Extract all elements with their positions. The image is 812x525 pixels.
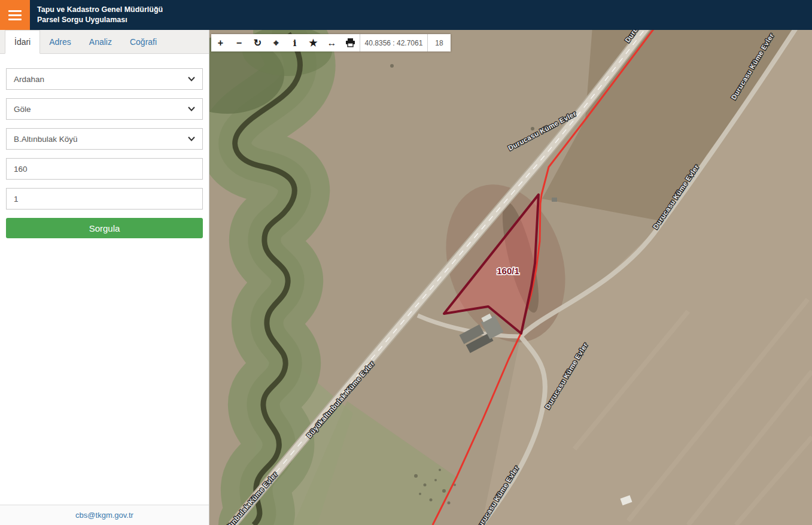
zoom-in-icon[interactable]: + [211,34,230,51]
hamburger-menu-button[interactable] [0,0,30,30]
app-header: Tapu ve Kadastro Genel Müdürlüğü Parsel … [0,0,812,30]
parcel-number-input[interactable] [6,188,203,210]
refresh-icon[interactable]: ↻ [248,34,267,51]
province-select-value: Ardahan [14,75,44,84]
app-title: Tapu ve Kadastro Genel Müdürlüğü Parsel … [30,0,163,30]
province-select[interactable]: Ardahan [6,68,203,90]
menu-icon [8,10,22,12]
neighborhood-select-value: B.Altınbulak Köyü [14,135,78,144]
sorgula-button[interactable]: Sorgula [6,218,203,238]
coordinates-readout: 40.8356 : 42.7061 [360,34,427,51]
center-position-icon[interactable]: ⌖ [267,34,285,51]
chevron-down-icon [188,77,195,81]
zoom-level-readout[interactable]: 18 [427,34,451,51]
chevron-down-icon [188,136,195,141]
chevron-down-icon [188,107,195,111]
map-canvas[interactable]: 160/1 Büyükaltınbulak Küme Evler Büyükal… [209,30,812,525]
sidebar-footer: cbs@tkgm.gov.tr [0,505,209,525]
tab-adres[interactable]: Adres [40,30,80,53]
neighborhood-select[interactable]: B.Altınbulak Köyü [6,128,203,150]
app-title-line1: Tapu ve Kadastro Genel Müdürlüğü [37,5,163,15]
measure-icon[interactable]: ↔ [323,34,341,51]
block-number-input[interactable] [6,158,203,180]
district-select-value: Göle [14,105,31,114]
district-select[interactable]: Göle [6,98,203,120]
parcel-label: 160/1 [497,266,519,276]
app-title-line2: Parsel Sorgu Uygulaması [37,15,163,25]
query-tabs: İdari Adres Analiz Coğrafi [0,30,209,54]
favorite-star-icon[interactable]: ★ [304,34,323,51]
zoom-out-icon[interactable]: − [230,34,248,51]
tab-idari[interactable]: İdari [5,30,40,54]
building-tiny [552,198,557,202]
printer-icon-shape [345,38,355,47]
print-icon[interactable] [341,34,360,51]
map-toolbar: + − ↻ ⌖ i ★ ↔ 40.8356 : 42.7061 18 [211,34,451,51]
info-icon[interactable]: i [285,34,304,51]
query-form: Ardahan Göle B.Altınbulak Köyü Sorgula [0,54,209,238]
tab-analiz[interactable]: Analiz [80,30,121,53]
tab-cografi[interactable]: Coğrafi [121,30,166,53]
contact-email-link[interactable]: cbs@tkgm.gov.tr [75,511,133,520]
map-container: 160/1 Büyükaltınbulak Küme Evler Büyükal… [209,30,812,525]
query-sidebar: İdari Adres Analiz Coğrafi Ardahan Göle … [0,30,209,525]
